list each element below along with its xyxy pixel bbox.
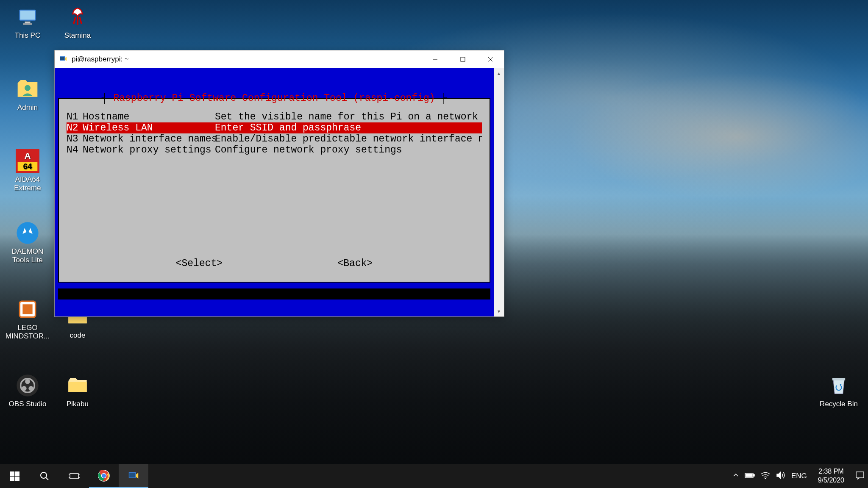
dialog-title: ┤ Raspberry Pi Software Configuration To… xyxy=(59,93,490,104)
icon-label: DAEMON Tools Lite xyxy=(4,247,51,265)
svg-rect-11 xyxy=(22,304,32,314)
search-button[interactable] xyxy=(30,464,59,488)
menu-item-n2[interactable]: N2Wireless LANEnter SSID and passphrase xyxy=(67,122,482,133)
svg-text:64: 64 xyxy=(23,162,32,171)
notifications-icon[interactable] xyxy=(855,471,865,482)
desktop-icon-pikabu[interactable]: Pikabu xyxy=(54,372,101,408)
svg-rect-24 xyxy=(10,471,14,476)
menu-code: N3 xyxy=(67,133,83,144)
icon-label: Recycle Bin xyxy=(815,400,862,408)
svg-point-9 xyxy=(17,222,38,244)
tray-overflow-icon[interactable] xyxy=(733,472,739,480)
aida64-icon: A64 xyxy=(14,147,41,175)
menu-desc: Enable/Disable predictable network inter… xyxy=(215,133,482,144)
scrollbar[interactable]: ▴ ▾ xyxy=(494,68,504,316)
icon-label: Admin xyxy=(4,103,51,112)
obs-icon xyxy=(14,372,41,399)
taskbar-chrome[interactable] xyxy=(89,464,119,488)
stamina-icon xyxy=(64,3,91,30)
menu-label: Hostname xyxy=(83,111,215,122)
putty-icon xyxy=(59,55,68,64)
close-button[interactable] xyxy=(476,50,504,68)
svg-rect-42 xyxy=(753,474,754,476)
svg-rect-17 xyxy=(832,378,845,380)
svg-rect-21 xyxy=(461,57,465,61)
svg-rect-19 xyxy=(60,57,64,60)
menu-code: N2 xyxy=(67,122,83,133)
menu-item-n4[interactable]: N4Network proxy settingsConfigure networ… xyxy=(67,144,482,155)
recycle-bin-icon xyxy=(825,372,852,399)
svg-point-4 xyxy=(25,85,31,91)
desktop-icon-recycle-bin[interactable]: Recycle Bin xyxy=(815,372,862,408)
svg-point-44 xyxy=(765,478,766,479)
menu-desc: Configure network proxy settings xyxy=(215,144,482,155)
svg-rect-2 xyxy=(25,22,31,23)
taskbar-putty[interactable] xyxy=(119,464,148,488)
desktop-icon-aida64[interactable]: A64 AIDA64 Extreme xyxy=(4,147,51,193)
time-text: 2:38 PM xyxy=(818,467,844,476)
folder-user-icon xyxy=(14,75,41,103)
menu-item-n1[interactable]: N1HostnameSet the visible name for this … xyxy=(67,111,482,122)
raspi-config-dialog: ┤ Raspberry Pi Software Configuration To… xyxy=(58,98,490,283)
desktop-icon-admin[interactable]: Admin xyxy=(4,75,51,112)
putty-window: pi@raspberrypi: ~ ┤ Raspberry Pi Softwar… xyxy=(54,50,504,317)
menu-desc: Enter SSID and passphrase xyxy=(215,122,482,133)
language-indicator[interactable]: ENG xyxy=(791,472,807,480)
icon-label: AIDA64 Extreme xyxy=(4,175,51,193)
svg-text:A: A xyxy=(24,151,31,161)
terminal-cursor-line xyxy=(58,288,490,299)
desktop-icon-this-pc[interactable]: This PC xyxy=(4,3,51,40)
terminal-content[interactable]: ┤ Raspberry Pi Software Configuration To… xyxy=(55,68,494,316)
svg-rect-45 xyxy=(856,472,864,478)
icon-label: OBS Studio xyxy=(4,400,51,408)
svg-rect-1 xyxy=(20,11,35,20)
window-titlebar[interactable]: pi@raspberrypi: ~ xyxy=(55,50,504,68)
desktop-icon-stamina[interactable]: Stamina xyxy=(54,3,101,40)
scroll-up-icon[interactable]: ▴ xyxy=(494,68,504,78)
desktop-icon-lego[interactable]: LEGO MINDSTOR... xyxy=(4,296,51,341)
menu-label: Network proxy settings xyxy=(83,144,215,155)
window-title: pi@raspberrypi: ~ xyxy=(72,55,421,64)
desktop-icon-daemon[interactable]: DAEMON Tools Lite xyxy=(4,219,51,265)
minimize-button[interactable] xyxy=(421,50,449,68)
svg-rect-30 xyxy=(70,474,78,479)
date-text: 9/5/2020 xyxy=(818,476,844,485)
svg-point-14 xyxy=(25,379,30,384)
start-button[interactable] xyxy=(0,464,30,488)
icon-label: Pikabu xyxy=(54,400,101,408)
task-view-button[interactable] xyxy=(59,464,89,488)
lego-icon xyxy=(14,296,41,323)
svg-rect-26 xyxy=(10,477,14,481)
svg-rect-27 xyxy=(15,477,19,481)
folder-icon xyxy=(64,372,91,399)
battery-icon[interactable] xyxy=(745,472,755,481)
icon-label: This PC xyxy=(4,31,51,40)
svg-rect-40 xyxy=(129,473,135,477)
scroll-down-icon[interactable]: ▾ xyxy=(494,306,504,316)
back-button[interactable]: <Back> xyxy=(337,258,373,269)
svg-point-16 xyxy=(28,386,33,391)
clock[interactable]: 2:38 PM 9/5/2020 xyxy=(813,467,849,485)
maximize-button[interactable] xyxy=(449,50,476,68)
menu-item-n3[interactable]: N3Network interface namesEnable/Disable … xyxy=(67,133,482,144)
volume-icon[interactable] xyxy=(776,471,785,482)
menu-desc: Set the visible name for this Pi on a ne… xyxy=(215,111,482,122)
computer-icon xyxy=(14,3,41,30)
menu-label: Wireless LAN xyxy=(83,122,215,133)
taskbar: ENG 2:38 PM 9/5/2020 xyxy=(0,464,868,488)
menu-label: Network interface names xyxy=(83,133,215,144)
menu-code: N4 xyxy=(67,144,83,155)
icon-label: Stamina xyxy=(54,31,101,40)
icon-label: code xyxy=(54,331,101,340)
svg-line-29 xyxy=(46,477,48,480)
daemon-icon xyxy=(14,219,41,247)
svg-rect-25 xyxy=(15,471,19,476)
svg-rect-3 xyxy=(23,23,32,25)
desktop-icon-obs[interactable]: OBS Studio xyxy=(4,372,51,408)
select-button[interactable]: <Select> xyxy=(176,258,223,269)
svg-point-15 xyxy=(22,386,27,391)
svg-rect-43 xyxy=(746,474,752,477)
menu-code: N1 xyxy=(67,111,83,122)
wifi-icon[interactable] xyxy=(761,471,770,481)
icon-label: LEGO MINDSTOR... xyxy=(4,324,51,341)
